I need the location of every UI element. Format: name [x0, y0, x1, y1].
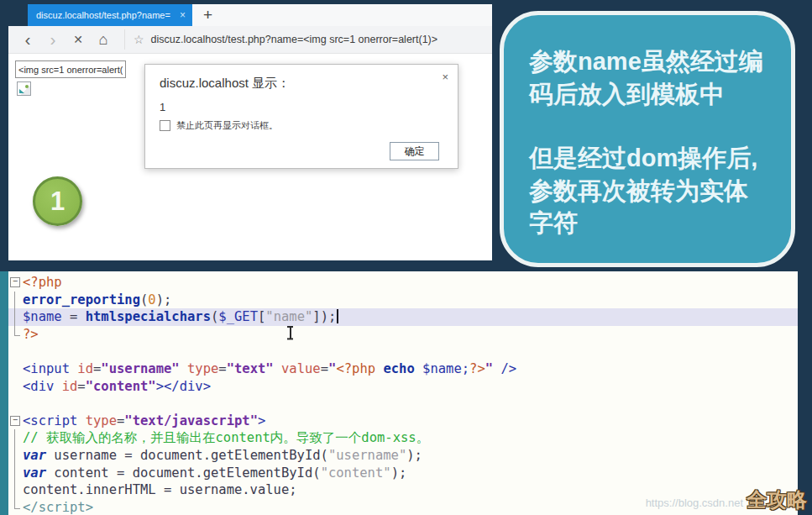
code-line: <?php: [8, 274, 798, 292]
url-text[interactable]: discuz.localhost/test.php?name=<img src=…: [151, 34, 438, 45]
code-gutter: [8, 499, 23, 515]
code-line: [8, 343, 798, 360]
tab-close-icon[interactable]: ×: [180, 9, 186, 21]
suppress-dialog-label: 禁止此页再显示对话框。: [176, 119, 278, 132]
watermark-brand: 全攻略: [747, 486, 807, 513]
code-text: var username = document.getElementById("…: [23, 448, 422, 463]
code-line: var content = document.getElementById("c…: [8, 465, 798, 482]
watermark-url: https://blog.csdn.net: [646, 497, 743, 509]
suppress-dialog-row: 禁止此页再显示对话框。: [160, 119, 278, 132]
code-line: $name = htmlspecialchars($_GET["name"]);: [8, 308, 798, 326]
suppress-dialog-checkbox[interactable]: [160, 120, 170, 131]
text-cursor-pointer: [286, 326, 294, 339]
code-line: <script type="text/javascript">: [8, 413, 798, 430]
code-gutter: [8, 378, 23, 396]
code-text: ?>: [23, 327, 39, 342]
tab-bar: discuz.localhost/test.php?name= × +: [8, 4, 492, 26]
code-gutter: [8, 292, 23, 309]
code-text: var content = document.getElementById("c…: [23, 465, 406, 481]
ok-button[interactable]: 确定: [390, 142, 439, 160]
code-text: <input id="username" type="text" value="…: [23, 361, 516, 376]
browser-tab[interactable]: discuz.localhost/test.php?name= ×: [28, 4, 192, 26]
annotation-bubble: 参数name虽然经过编码后放入到模板中 但是经过dom操作后, 参数再次被转为实…: [500, 11, 795, 267]
bubble-paragraph-2: 但是经过dom操作后, 参数再次被转为实体字符: [529, 142, 771, 239]
code-text: </script>: [23, 500, 93, 515]
code-line: <div id="content"></div>: [8, 378, 798, 396]
back-icon[interactable]: ‹: [15, 29, 40, 50]
code-text: $name = htmlspecialchars($_GET["name"]);: [23, 309, 338, 324]
code-text: content.innerHTML = username.value;: [23, 482, 297, 497]
code-gutter: [8, 326, 23, 344]
forward-icon[interactable]: ›: [40, 29, 65, 50]
page-content: discuz.localhost 显示： × 1 禁止此页再显示对话框。 确定: [8, 54, 492, 260]
code-text: // 获取输入的名称，并且输出在content内。导致了一个dom-xss。: [23, 429, 429, 447]
code-gutter: [8, 308, 23, 326]
address-bar[interactable]: ☆ discuz.localhost/test.php?name=<img sr…: [124, 29, 492, 50]
code-line: var username = document.getElementById("…: [8, 447, 798, 465]
code-gutter: [8, 360, 23, 378]
code-gutter: [8, 429, 23, 447]
browser-navbar: ‹ › ✕ ⌂ ☆ discuz.localhost/test.php?name…: [8, 26, 492, 54]
code-gutter: [8, 343, 23, 360]
code-gutter: [8, 481, 23, 499]
code-editor[interactable]: <?phperror_reporting(0);$name = htmlspec…: [8, 271, 798, 515]
code-line: error_reporting(0);: [8, 292, 798, 309]
slide-canvas: discuz.localhost/test.php?name= × + ‹ › …: [0, 0, 812, 515]
fold-toggle-icon[interactable]: [8, 274, 23, 292]
code-gutter: [8, 395, 23, 413]
code-line: ?>: [8, 326, 798, 344]
dialog-title: discuz.localhost 显示：: [160, 76, 290, 92]
broken-image-icon: [17, 81, 31, 96]
code-line: <input id="username" type="text" value="…: [8, 360, 798, 378]
code-text: <div id="content"></div>: [23, 379, 211, 394]
code-text: <?php: [23, 275, 62, 290]
watermark: https://blog.csdn.net 全攻略: [646, 486, 807, 513]
tab-title: discuz.localhost/test.php?name=: [36, 10, 175, 20]
fold-toggle-icon[interactable]: [8, 413, 23, 430]
bubble-paragraph-1: 参数name虽然经过编码后放入到模板中: [529, 45, 771, 110]
stop-icon[interactable]: ✕: [65, 33, 91, 46]
username-input[interactable]: [15, 60, 126, 78]
dialog-close-icon[interactable]: ×: [442, 71, 448, 83]
text-caret: [337, 309, 338, 323]
step-badge-1: 1: [33, 176, 82, 226]
favorites-icon[interactable]: ☆: [134, 33, 144, 46]
new-tab-icon[interactable]: +: [203, 6, 212, 24]
code-text: <script type="text/javascript">: [23, 413, 265, 428]
home-icon[interactable]: ⌂: [91, 31, 116, 49]
browser-window: discuz.localhost/test.php?name= × + ‹ › …: [8, 4, 492, 260]
code-gutter: [8, 447, 23, 465]
panel-edge-strip: [0, 271, 8, 515]
code-gutter: [8, 465, 23, 482]
code-lines: <?phperror_reporting(0);$name = htmlspec…: [8, 274, 798, 515]
alert-dialog: discuz.localhost 显示： × 1 禁止此页再显示对话框。 确定: [144, 64, 458, 169]
bubble-gap: [529, 110, 771, 142]
code-line: // 获取输入的名称，并且输出在content内。导致了一个dom-xss。: [8, 429, 798, 447]
dialog-message: 1: [160, 101, 165, 113]
code-text: error_reporting(0);: [23, 292, 171, 307]
code-line: [8, 395, 798, 413]
